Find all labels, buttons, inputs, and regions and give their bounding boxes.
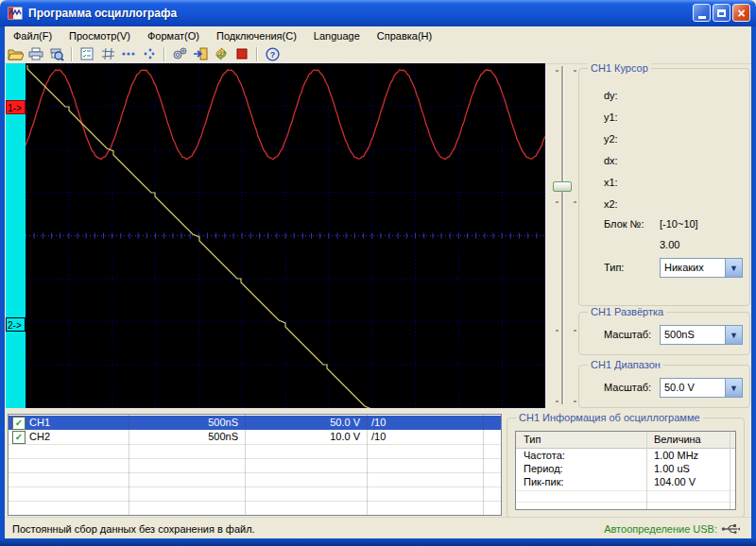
- slider-tick: [556, 201, 558, 203]
- table-row-ch1[interactable]: ✓ CH1 500nS 50.0 V /10: [9, 416, 501, 430]
- menu-view[interactable]: Просмотр(V): [60, 28, 139, 43]
- chevron-down-icon[interactable]: ▼: [725, 326, 742, 344]
- minimize-button[interactable]: [693, 4, 711, 22]
- usb-status-label: Автоопределение USB:: [604, 523, 717, 535]
- vertical-position-slider-thumb[interactable]: [553, 181, 572, 192]
- ch2-timebase: 500nS: [129, 431, 238, 442]
- ch1-probe: /10: [371, 417, 386, 428]
- info-col-type: Тип: [524, 434, 541, 445]
- status-message: Постоянный сбор данных без сохранения в …: [12, 523, 255, 535]
- oscilloscope-display[interactable]: [26, 63, 545, 408]
- ch1-checkbox[interactable]: ✓: [12, 417, 26, 430]
- waveform-info-table: Тип Величина Частота: 1.00 MHz Период: 1…: [515, 431, 736, 510]
- info-gridline: [516, 502, 735, 503]
- channels-table: ✓ CH1 500nS 50.0 V /10 ✓ CH2 500nS 10.0 …: [8, 414, 502, 516]
- slider-tick: [574, 70, 576, 72]
- usb-icon: [721, 523, 740, 535]
- cursor-dy-label: dy:: [604, 90, 618, 101]
- frequency-label: Частота:: [524, 450, 565, 461]
- slider-tick: [556, 330, 558, 332]
- print-preview-icon[interactable]: [47, 46, 66, 62]
- cursor-group-title: CH1 Курсор: [588, 62, 651, 74]
- waveform-info-title: CH1 Информация об осциллограмме: [516, 412, 703, 423]
- title-bar[interactable]: Программа осциллографа ×: [0, 0, 756, 26]
- window-border: [0, 26, 5, 538]
- info-col-value: Величина: [654, 434, 701, 445]
- range-scale-combobox[interactable]: 50.0 V ▼: [660, 378, 743, 398]
- ch2-position-marker[interactable]: 2->: [6, 317, 26, 332]
- maximize-button[interactable]: [713, 4, 730, 22]
- scope-canvas: [26, 63, 545, 408]
- ch1-timebase: 500nS: [129, 417, 238, 428]
- minimize-icon: [698, 16, 706, 19]
- toolbar: ?: [5, 44, 751, 64]
- help-icon[interactable]: ?: [263, 46, 282, 62]
- table-gridline: [9, 472, 501, 473]
- connect-icon[interactable]: [191, 46, 210, 62]
- sample-points-icon[interactable]: [140, 46, 159, 62]
- cursor-x2-label: x2:: [604, 198, 618, 210]
- close-button[interactable]: ×: [732, 4, 750, 22]
- chevron-down-icon[interactable]: ▼: [725, 259, 742, 277]
- ch1-position-marker[interactable]: 1->: [6, 100, 26, 114]
- table-gridline: [245, 415, 246, 515]
- ch2-checkbox[interactable]: ✓: [12, 431, 26, 444]
- window-border: [751, 26, 756, 538]
- info-table-header: Тип Величина: [516, 432, 735, 449]
- waveform-info-group: CH1 Информация об осциллограмме Тип Вели…: [507, 418, 745, 518]
- chevron-down-icon[interactable]: ▼: [725, 379, 742, 397]
- close-icon: ×: [737, 7, 745, 20]
- ch2-name: CH2: [29, 431, 50, 442]
- menu-bar: Файл(F) Просмотр(V) Формат(О) Подключени…: [5, 26, 751, 44]
- frequency-value: 1.00 MHz: [654, 450, 698, 461]
- cursor-type-combobox[interactable]: Никаких ▼: [660, 258, 743, 278]
- sweep-scale-value: 500nS: [661, 326, 725, 344]
- range-group-title: CH1 Диапазон: [588, 359, 663, 370]
- settings-gears-icon[interactable]: [170, 46, 189, 62]
- print-icon[interactable]: [26, 46, 45, 62]
- svg-text:?: ?: [269, 50, 275, 60]
- menu-file[interactable]: Файл(F): [5, 28, 60, 43]
- open-icon[interactable]: [6, 46, 25, 62]
- period-value: 1.00 uS: [654, 463, 690, 474]
- grid-icon[interactable]: [98, 46, 117, 62]
- sweep-scale-combobox[interactable]: 500nS ▼: [660, 325, 743, 345]
- sweep-group: CH1 Развёртка Масштаб: 500nS ▼: [578, 312, 750, 355]
- menu-format[interactable]: Формат(О): [139, 28, 208, 43]
- peak-to-peak-label: Пик-пик:: [524, 476, 564, 487]
- block-number-label: Блок №:: [604, 218, 644, 230]
- block-number-value: 3.00: [660, 239, 679, 250]
- menu-connections[interactable]: Подключения(С): [208, 28, 305, 43]
- refresh-icon[interactable]: [212, 46, 231, 62]
- cursor-type-value: Никаких: [661, 259, 725, 277]
- sweep-scale-label: Масштаб:: [604, 329, 651, 340]
- range-group: CH1 Диапазон Масштаб: 50.0 V ▼: [578, 365, 750, 408]
- info-row-peak: Пик-пик: 104.00 V: [516, 476, 735, 489]
- app-icon: [8, 6, 23, 21]
- measure-dots-icon[interactable]: [119, 46, 138, 62]
- vertical-position-slider-track[interactable]: [561, 66, 563, 404]
- range-scale-label: Масштаб:: [604, 382, 651, 393]
- ch2-range: 10.0 V: [245, 431, 360, 442]
- period-label: Период:: [524, 463, 563, 474]
- window-border: [0, 538, 756, 546]
- table-gridline: [9, 458, 501, 459]
- app-window: Программа осциллографа × Файл(F) Просмот…: [0, 0, 756, 546]
- menu-help[interactable]: Справка(Н): [369, 28, 440, 43]
- maximize-icon: [717, 9, 726, 17]
- info-gridline: [646, 432, 647, 509]
- slider-tick: [574, 330, 576, 332]
- info-gridline: [730, 432, 730, 509]
- peak-to-peak-value: 104.00 V: [654, 476, 696, 487]
- channel-list-icon[interactable]: [77, 46, 96, 62]
- info-gridline: [516, 490, 735, 491]
- table-row-ch2[interactable]: ✓ CH2 500nS 10.0 V /10: [9, 430, 501, 444]
- table-gridline: [9, 486, 501, 487]
- slider-tick: [556, 70, 558, 72]
- status-bar: Постоянный сбор данных без сохранения в …: [5, 517, 751, 539]
- cursor-group: CH1 Курсор dy: y1: y2: dx: x1: x2: Блок …: [578, 68, 750, 306]
- menu-language[interactable]: Language: [305, 28, 369, 43]
- ch1-range: 50.0 V: [245, 417, 360, 428]
- stop-icon[interactable]: [232, 46, 251, 62]
- table-gridline: [483, 415, 484, 515]
